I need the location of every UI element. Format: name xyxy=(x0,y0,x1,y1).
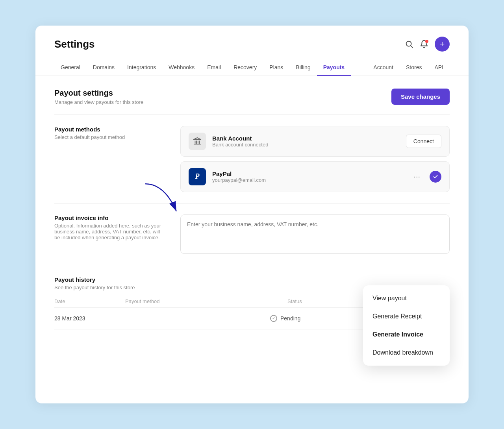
svg-marker-7 xyxy=(194,137,201,139)
dropdown-view-payout[interactable]: View payout xyxy=(363,289,450,307)
paypal-card: P PayPal yourpaypal@email.com ··· xyxy=(180,161,450,192)
tab-account[interactable]: Account xyxy=(367,59,400,76)
tab-domains[interactable]: Domains xyxy=(87,59,121,76)
paypal-name: PayPal xyxy=(212,170,407,177)
arrow-annotation xyxy=(141,180,188,215)
tab-api[interactable]: API xyxy=(428,59,450,76)
tab-recovery[interactable]: Recovery xyxy=(227,59,263,76)
tab-webhooks[interactable]: Webhooks xyxy=(162,59,201,76)
invoice-desc: Optional. Information added here, such a… xyxy=(54,223,165,240)
status-text: Pending xyxy=(280,315,300,322)
payout-invoice-section: Payout invoice info Optional. Informatio… xyxy=(54,203,450,265)
paypal-sub: yourpaypal@email.com xyxy=(212,177,407,183)
col-method: Payout method xyxy=(125,298,287,304)
invoice-content xyxy=(180,214,450,254)
bank-name: Bank Account xyxy=(212,135,400,142)
tab-email[interactable]: Email xyxy=(201,59,227,76)
dropdown-generate-invoice[interactable]: Generate Invoice xyxy=(363,325,450,344)
payout-settings-title: Payout settings xyxy=(54,89,143,98)
invoice-label: Payout invoice info xyxy=(54,214,165,221)
paypal-info: PayPal yourpaypal@email.com xyxy=(212,170,407,183)
row-date: 28 Mar 2023 xyxy=(54,315,125,322)
paypal-options-button[interactable]: ··· xyxy=(413,172,420,181)
notification-dot xyxy=(425,40,428,43)
payout-methods-section: Payout methods Select a default payout m… xyxy=(54,115,450,203)
tab-billing[interactable]: Billing xyxy=(289,59,317,76)
payout-methods-desc: Select a default payout method xyxy=(54,134,165,140)
add-button[interactable]: + xyxy=(435,37,450,52)
paypal-icon: P xyxy=(189,168,206,185)
history-title: Payout history xyxy=(54,276,450,283)
header-actions: + xyxy=(405,37,450,52)
navigation-tabs: General Domains Integrations Webhooks Em… xyxy=(35,59,469,76)
paypal-selected-icon xyxy=(430,171,441,183)
tab-integrations[interactable]: Integrations xyxy=(121,59,162,76)
tab-payouts[interactable]: Payouts xyxy=(317,59,351,76)
dropdown-download-breakdown[interactable]: Download breakdown xyxy=(363,344,450,362)
context-dropdown: View payout Generate Receipt Generate In… xyxy=(363,285,450,366)
tab-general[interactable]: General xyxy=(54,59,87,76)
payout-methods-content: Bank Account Bank account connected Conn… xyxy=(180,126,450,192)
payout-settings-desc: Manage and view payouts for this store xyxy=(54,99,143,105)
bank-sub: Bank account connected xyxy=(212,142,400,148)
bank-account-card: Bank Account Bank account connected Conn… xyxy=(180,126,450,157)
save-changes-button[interactable]: Save changes xyxy=(391,89,450,105)
search-button[interactable] xyxy=(405,40,413,48)
col-date: Date xyxy=(54,298,125,304)
bank-connect-button[interactable]: Connect xyxy=(406,135,441,148)
svg-line-1 xyxy=(411,46,413,48)
tab-stores[interactable]: Stores xyxy=(400,59,428,76)
page-title: Settings xyxy=(54,38,95,50)
tab-plans[interactable]: Plans xyxy=(263,59,289,76)
payout-settings-header: Payout settings Manage and view payouts … xyxy=(54,89,450,115)
invoice-textarea[interactable] xyxy=(180,214,450,254)
bank-icon xyxy=(189,133,206,150)
dropdown-generate-receipt[interactable]: Generate Receipt xyxy=(363,307,450,325)
notifications-button[interactable] xyxy=(420,40,428,48)
payout-methods-label: Payout methods xyxy=(54,126,165,133)
bank-info: Bank Account Bank account connected xyxy=(212,135,400,148)
status-icon: ✓ xyxy=(270,315,277,322)
